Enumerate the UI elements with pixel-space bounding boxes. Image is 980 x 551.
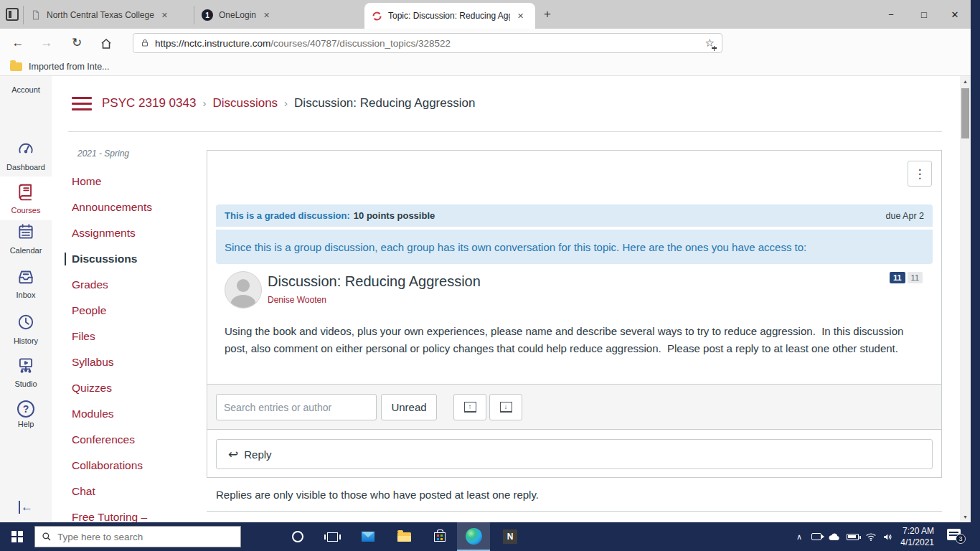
battery-button[interactable] bbox=[844, 522, 861, 551]
cortana-button[interactable] bbox=[281, 522, 314, 551]
course-nav-conferences[interactable]: Conferences bbox=[72, 433, 135, 446]
sidebar-item-account[interactable]: Account bbox=[0, 83, 52, 94]
start-button[interactable] bbox=[0, 522, 34, 551]
taskbar-search-input[interactable] bbox=[57, 532, 234, 542]
collapse-nav-icon: ← bbox=[19, 501, 33, 514]
store-button[interactable] bbox=[423, 522, 456, 551]
discussion-body: Using the book and videos, plus your own… bbox=[225, 323, 929, 357]
course-nav-home[interactable]: Home bbox=[72, 175, 101, 188]
reply-label: Reply bbox=[244, 448, 271, 461]
mail-icon bbox=[362, 532, 374, 542]
total-count-badge: 11 bbox=[908, 272, 923, 283]
canvas-favicon bbox=[372, 11, 382, 22]
new-tab-button[interactable]: + bbox=[544, 7, 551, 22]
sidebar-item-studio[interactable]: Studio bbox=[0, 356, 52, 388]
home-button[interactable] bbox=[100, 37, 113, 50]
bookmarks-folder[interactable]: Imported from Inte... bbox=[29, 62, 110, 72]
window-maximize-button[interactable]: □ bbox=[908, 0, 940, 29]
window-minimize-button[interactable]: − bbox=[875, 0, 907, 29]
reply-box[interactable]: ↩ Reply bbox=[216, 439, 933, 469]
tab-onelogin[interactable]: 1 OneLogin ✕ bbox=[194, 6, 363, 24]
course-nav-chat[interactable]: Chat bbox=[72, 485, 95, 498]
course-nav-people[interactable]: People bbox=[72, 304, 106, 317]
browser-toolbar: ← → ↻ https://nctc.instructure.com /cour… bbox=[0, 29, 971, 57]
search-icon bbox=[42, 532, 52, 542]
tab-title: OneLogin bbox=[219, 10, 256, 20]
breadcrumb-course-link[interactable]: PSYC 2319 0343 bbox=[102, 96, 196, 110]
tab-nctc[interactable]: North Central Texas College ✕ bbox=[23, 6, 192, 24]
breadcrumb: PSYC 2319 0343›Discussions›Discussion: R… bbox=[102, 96, 475, 110]
sidebar-item-calendar[interactable]: Calendar bbox=[0, 222, 52, 255]
sidebar-item-inbox[interactable]: Inbox bbox=[0, 267, 52, 299]
divider bbox=[68, 131, 942, 132]
expand-replies-button[interactable]: ↓ bbox=[489, 394, 522, 420]
back-button[interactable]: ← bbox=[9, 34, 27, 52]
onenote-icon: N bbox=[503, 529, 517, 544]
history-icon bbox=[17, 313, 35, 331]
author-link[interactable]: Denise Wooten bbox=[268, 295, 326, 305]
task-view-button[interactable] bbox=[316, 522, 349, 551]
show-hidden-icons-button[interactable]: ∧ bbox=[791, 522, 808, 551]
window-close-button[interactable]: ✕ bbox=[939, 0, 971, 29]
course-nav-grades[interactable]: Grades bbox=[72, 278, 108, 291]
course-nav-quizzes[interactable]: Quizzes bbox=[72, 382, 112, 395]
edge-app-button[interactable] bbox=[457, 522, 490, 551]
close-tab-icon[interactable]: ✕ bbox=[263, 11, 270, 20]
forward-button[interactable]: → bbox=[37, 34, 56, 52]
tab-title: Topic: Discussion: Reducing Agg bbox=[388, 11, 510, 21]
canvas-page: Account Dashboard Courses Calendar Inbox… bbox=[0, 76, 971, 522]
breadcrumb-discussions-link[interactable]: Discussions bbox=[212, 96, 278, 110]
course-nav-syllabus[interactable]: Syllabus bbox=[72, 356, 114, 369]
sidebar-item-help[interactable]: ? Help bbox=[0, 400, 52, 428]
discussion-options-button[interactable]: ⋮ bbox=[908, 161, 932, 187]
sidebar-item-dashboard[interactable]: Dashboard bbox=[0, 139, 52, 171]
refresh-button[interactable]: ↻ bbox=[67, 34, 86, 52]
clock-date: 4/1/2021 bbox=[888, 537, 934, 548]
taskbar: N ∧ 7:20 AM 4/1/2021 3 bbox=[0, 522, 980, 551]
scroll-up-icon[interactable]: ▲ bbox=[960, 76, 971, 87]
tab-actions-icon[interactable] bbox=[6, 8, 19, 21]
tab-title: North Central Texas College bbox=[47, 10, 154, 20]
file-explorer-button[interactable] bbox=[387, 522, 420, 551]
course-nav-assignments[interactable]: Assignments bbox=[72, 227, 136, 240]
taskbar-clock[interactable]: 7:20 AM 4/1/2021 bbox=[888, 525, 934, 548]
tab-bar: North Central Texas College ✕ 1 OneLogin… bbox=[0, 0, 971, 29]
group-discussion-notice: Since this is a group discussion, each g… bbox=[216, 230, 933, 264]
close-tab-icon[interactable]: ✕ bbox=[517, 11, 524, 21]
reply-count-badges: 11 11 bbox=[890, 272, 923, 283]
close-tab-icon[interactable]: ✕ bbox=[161, 11, 168, 20]
course-nav-discussions[interactable]: Discussions bbox=[65, 253, 137, 265]
add-favorite-icon[interactable]: ☆ bbox=[705, 37, 715, 50]
mail-app-button[interactable] bbox=[352, 522, 385, 551]
course-nav-files[interactable]: Files bbox=[72, 330, 95, 343]
reply-icon: ↩ bbox=[228, 447, 238, 462]
onedrive-button[interactable] bbox=[825, 522, 842, 551]
onedrive-cloud-icon bbox=[828, 532, 840, 541]
author-avatar bbox=[225, 271, 262, 309]
course-nav-modules[interactable]: Modules bbox=[72, 408, 114, 420]
search-input[interactable] bbox=[216, 394, 377, 420]
taskbar-search[interactable] bbox=[34, 526, 241, 547]
sidebar-item-history[interactable]: History bbox=[0, 313, 52, 345]
address-bar[interactable]: https://nctc.instructure.com /courses/40… bbox=[133, 33, 722, 53]
course-menu-icon[interactable] bbox=[72, 97, 92, 112]
collapse-replies-button[interactable]: ↑ bbox=[453, 394, 486, 420]
scrollbar-thumb[interactable] bbox=[961, 88, 969, 138]
tab-discussion-active[interactable]: Topic: Discussion: Reducing Agg ✕ bbox=[364, 3, 535, 29]
sidebar-item-courses[interactable]: Courses bbox=[0, 176, 52, 220]
scroll-down-icon[interactable]: ▼ bbox=[960, 512, 971, 522]
notification-center-button[interactable]: 3 bbox=[947, 529, 961, 540]
network-button[interactable] bbox=[862, 522, 880, 551]
onenote-app-button[interactable]: N bbox=[494, 522, 527, 551]
page-scrollbar[interactable]: ▲ ▼ bbox=[960, 76, 971, 522]
desktop-edge bbox=[971, 0, 980, 522]
collapse-nav-button[interactable]: ← bbox=[0, 501, 52, 514]
windows-logo-icon bbox=[11, 531, 17, 536]
meet-now-button[interactable] bbox=[808, 522, 825, 551]
breadcrumb-separator: › bbox=[196, 97, 212, 109]
collapse-replies-icon: ↑ bbox=[464, 402, 476, 413]
course-nav-collaborations[interactable]: Collaborations bbox=[72, 459, 143, 472]
unread-filter-button[interactable]: Unread bbox=[381, 394, 437, 420]
courses-icon bbox=[17, 182, 35, 201]
course-nav-announcements[interactable]: Announcements bbox=[72, 201, 152, 214]
